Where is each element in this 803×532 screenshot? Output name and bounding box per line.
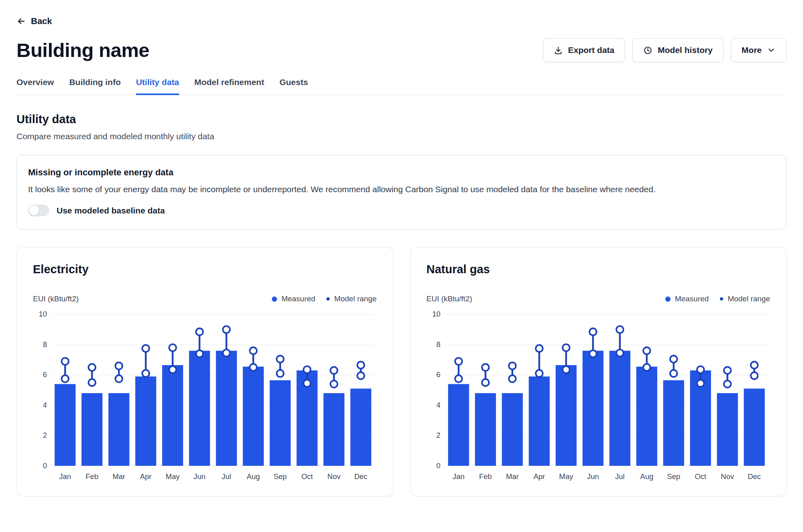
svg-text:Mar: Mar <box>506 472 519 481</box>
page: Back Building name Export data Mo <box>0 0 803 511</box>
svg-text:4: 4 <box>436 401 440 409</box>
alert-body: It looks like some of your energy data m… <box>28 183 775 195</box>
missing-data-alert: Missing or incomplete energy data It loo… <box>16 155 787 229</box>
svg-text:Jul: Jul <box>222 472 231 481</box>
svg-text:0: 0 <box>436 461 440 470</box>
svg-text:Apr: Apr <box>534 472 545 481</box>
section-title: Utility data <box>16 113 787 126</box>
legend-item-model-range: Model range <box>720 294 770 303</box>
natural-gas-bar-chart: 0246810JanFebMarAprMayJunJulAugSepOctNov… <box>426 309 770 485</box>
measured-label: Measured <box>281 294 316 303</box>
natural-gas-legend: Measured Model range <box>665 294 770 303</box>
svg-text:Dec: Dec <box>354 472 367 481</box>
natural-gas-card: Natural gas EUI (kBtu/ft2) Measured Mode… <box>410 247 787 496</box>
electricity-chart-head: EUI (kBtu/ft2) Measured Model range <box>33 294 377 303</box>
model-history-label: Model history <box>658 45 713 55</box>
svg-text:8: 8 <box>43 340 47 349</box>
legend-item-measured: Measured <box>665 294 709 303</box>
svg-text:Oct: Oct <box>301 472 313 481</box>
natural-gas-y-axis-label: EUI (kBtu/ft2) <box>426 294 472 303</box>
svg-text:Jun: Jun <box>587 472 599 481</box>
svg-text:Feb: Feb <box>86 472 98 481</box>
back-arrow-icon <box>16 16 26 26</box>
svg-text:Nov: Nov <box>327 472 341 481</box>
electricity-legend: Measured Model range <box>272 294 377 303</box>
svg-text:0: 0 <box>43 461 47 470</box>
svg-text:Jul: Jul <box>615 472 625 481</box>
tab-bar: Overview Building info Utility data Mode… <box>16 77 787 95</box>
download-icon <box>554 46 563 55</box>
svg-text:2: 2 <box>43 431 47 440</box>
svg-text:Jan: Jan <box>59 472 71 481</box>
more-button[interactable]: More <box>731 38 787 62</box>
svg-text:Aug: Aug <box>640 472 653 481</box>
svg-text:Feb: Feb <box>479 472 492 481</box>
natural-gas-chart-title: Natural gas <box>426 263 770 276</box>
natural-gas-chart-head: EUI (kBtu/ft2) Measured Model range <box>426 294 770 303</box>
title-row: Building name Export data Model history <box>16 38 787 62</box>
model-range-label: Model range <box>728 294 770 303</box>
svg-text:Aug: Aug <box>247 472 260 481</box>
svg-text:2: 2 <box>436 431 440 440</box>
svg-text:Sep: Sep <box>273 472 287 481</box>
electricity-bar-chart: 0246810JanFebMarAprMayJunJulAugSepOctNov… <box>33 309 377 485</box>
more-label: More <box>742 45 762 55</box>
svg-text:6: 6 <box>436 371 440 379</box>
back-label: Back <box>31 16 52 26</box>
svg-text:Jan: Jan <box>452 472 465 481</box>
svg-text:May: May <box>166 472 180 481</box>
model-history-button[interactable]: Model history <box>632 38 724 62</box>
svg-text:May: May <box>559 472 574 481</box>
page-title: Building name <box>16 39 149 61</box>
model-range-dot-icon <box>720 297 723 301</box>
svg-text:Dec: Dec <box>748 472 761 481</box>
measured-dot-icon <box>665 296 671 302</box>
svg-text:6: 6 <box>43 371 47 379</box>
svg-text:Oct: Oct <box>695 472 706 481</box>
electricity-chart-title: Electricity <box>33 263 377 276</box>
svg-text:8: 8 <box>436 340 440 349</box>
back-link[interactable]: Back <box>16 16 52 26</box>
tab-overview[interactable]: Overview <box>16 77 54 95</box>
measured-dot-icon <box>272 296 277 302</box>
electricity-card: Electricity EUI (kBtu/ft2) Measured Mode… <box>16 247 393 496</box>
electricity-y-axis-label: EUI (kBtu/ft2) <box>33 294 79 303</box>
svg-text:10: 10 <box>39 310 47 319</box>
svg-text:Sep: Sep <box>667 472 680 481</box>
alert-title: Missing or incomplete energy data <box>28 167 775 178</box>
back-row: Back <box>16 0 787 28</box>
charts-row: Electricity EUI (kBtu/ft2) Measured Mode… <box>16 247 787 496</box>
use-modeled-baseline-toggle[interactable] <box>28 205 49 216</box>
tab-guests[interactable]: Guests <box>279 77 308 95</box>
tab-model-refinement[interactable]: Model refinement <box>194 77 264 95</box>
model-range-dot-icon <box>326 297 330 301</box>
toggle-knob <box>29 205 39 215</box>
clock-icon <box>643 46 652 55</box>
model-range-label: Model range <box>334 294 377 303</box>
tab-building-info[interactable]: Building info <box>69 77 120 95</box>
legend-item-measured: Measured <box>272 294 316 303</box>
section-subtitle: Compare measured and modeled monthly uti… <box>16 132 787 141</box>
tab-utility-data[interactable]: Utility data <box>136 77 179 95</box>
chevron-down-icon <box>767 46 776 55</box>
export-data-button[interactable]: Export data <box>543 38 626 62</box>
toggle-row: Use modeled baseline data <box>28 205 775 216</box>
export-data-label: Export data <box>568 45 615 55</box>
measured-label: Measured <box>675 294 709 303</box>
toggle-label: Use modeled baseline data <box>57 206 165 215</box>
svg-text:Nov: Nov <box>721 472 734 481</box>
legend-item-model-range: Model range <box>326 294 377 303</box>
svg-text:10: 10 <box>432 310 440 319</box>
svg-text:Mar: Mar <box>112 472 125 481</box>
svg-text:Apr: Apr <box>140 472 152 481</box>
svg-text:4: 4 <box>43 401 47 409</box>
header-actions: Export data Model history More <box>543 38 787 62</box>
svg-text:Jun: Jun <box>194 472 206 481</box>
